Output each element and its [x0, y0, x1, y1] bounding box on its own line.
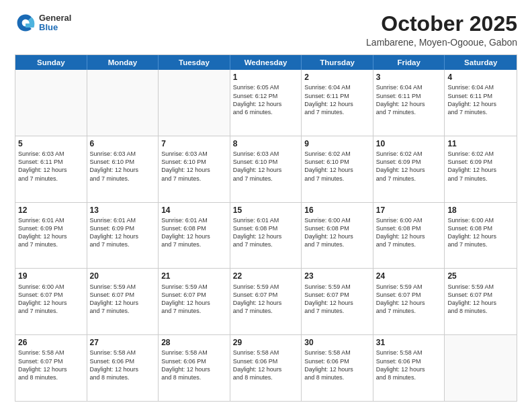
day-number: 31: [376, 337, 442, 348]
cal-cell: 20Sunrise: 5:59 AM Sunset: 6:07 PM Dayli…: [87, 269, 159, 334]
cal-cell: 22Sunrise: 5:59 AM Sunset: 6:07 PM Dayli…: [230, 269, 302, 334]
day-number: 16: [304, 205, 370, 216]
cell-text: Sunrise: 5:59 AM Sunset: 6:07 PM Dayligh…: [90, 283, 156, 316]
header-saturday: Saturday: [445, 55, 517, 70]
cell-text: Sunrise: 6:04 AM Sunset: 6:11 PM Dayligh…: [447, 83, 514, 116]
logo-blue: Blue: [39, 23, 71, 32]
cal-cell: 6Sunrise: 6:03 AM Sunset: 6:10 PM Daylig…: [87, 136, 159, 202]
cell-text: Sunrise: 5:58 AM Sunset: 6:06 PM Dayligh…: [233, 349, 299, 381]
day-number: 12: [18, 205, 84, 216]
cell-text: Sunrise: 5:59 AM Sunset: 6:07 PM Dayligh…: [233, 283, 299, 316]
cal-cell: 28Sunrise: 5:58 AM Sunset: 6:06 PM Dayli…: [159, 335, 230, 401]
cell-text: Sunrise: 6:02 AM Sunset: 6:10 PM Dayligh…: [304, 150, 370, 183]
day-number: 20: [90, 271, 156, 281]
cell-text: Sunrise: 6:01 AM Sunset: 6:09 PM Dayligh…: [18, 216, 84, 249]
cal-cell: 24Sunrise: 5:59 AM Sunset: 6:07 PM Dayli…: [373, 269, 445, 334]
cal-cell: 5Sunrise: 6:03 AM Sunset: 6:11 PM Daylig…: [15, 136, 87, 202]
cal-cell: [87, 70, 159, 136]
cell-text: Sunrise: 6:03 AM Sunset: 6:10 PM Dayligh…: [90, 150, 156, 183]
header-thursday: Thursday: [302, 55, 373, 70]
day-number: 25: [447, 271, 514, 281]
cell-text: Sunrise: 5:58 AM Sunset: 6:06 PM Dayligh…: [304, 349, 370, 381]
header-tuesday: Tuesday: [159, 55, 230, 70]
day-number: 2: [304, 72, 370, 83]
day-number: 22: [233, 271, 299, 281]
page: General Blue October 2025 Lambarene, Moy…: [0, 0, 532, 411]
cal-cell: 15Sunrise: 6:01 AM Sunset: 6:08 PM Dayli…: [230, 203, 302, 269]
cell-text: Sunrise: 6:04 AM Sunset: 6:11 PM Dayligh…: [304, 83, 370, 116]
day-number: 17: [376, 205, 442, 216]
cell-text: Sunrise: 5:58 AM Sunset: 6:07 PM Dayligh…: [18, 349, 84, 381]
day-number: 18: [447, 205, 514, 216]
cell-text: Sunrise: 6:03 AM Sunset: 6:11 PM Dayligh…: [18, 150, 84, 183]
day-number: 4: [447, 72, 514, 83]
day-number: 24: [376, 271, 442, 281]
day-number: 3: [376, 72, 442, 83]
cal-cell: 23Sunrise: 5:59 AM Sunset: 6:07 PM Dayli…: [302, 269, 373, 334]
cell-text: Sunrise: 6:04 AM Sunset: 6:11 PM Dayligh…: [376, 83, 442, 116]
day-number: 14: [161, 205, 227, 216]
cal-cell: [445, 335, 517, 401]
cal-cell: 1Sunrise: 6:05 AM Sunset: 6:12 PM Daylig…: [230, 70, 302, 136]
day-number: 21: [161, 271, 227, 281]
cell-text: Sunrise: 6:01 AM Sunset: 6:08 PM Dayligh…: [161, 216, 227, 249]
header-monday: Monday: [87, 55, 159, 70]
cell-text: Sunrise: 6:00 AM Sunset: 6:08 PM Dayligh…: [304, 216, 370, 249]
cell-text: Sunrise: 6:00 AM Sunset: 6:08 PM Dayligh…: [376, 216, 442, 249]
cal-cell: 3Sunrise: 6:04 AM Sunset: 6:11 PM Daylig…: [373, 70, 445, 136]
cell-text: Sunrise: 6:02 AM Sunset: 6:09 PM Dayligh…: [447, 150, 514, 183]
cal-cell: 9Sunrise: 6:02 AM Sunset: 6:10 PM Daylig…: [302, 136, 373, 202]
day-number: 28: [161, 337, 227, 348]
day-number: 23: [304, 271, 370, 281]
day-number: 9: [304, 138, 370, 149]
cal-cell: 14Sunrise: 6:01 AM Sunset: 6:08 PM Dayli…: [159, 203, 230, 269]
cal-cell: 27Sunrise: 5:58 AM Sunset: 6:06 PM Dayli…: [87, 335, 159, 401]
cal-cell: 7Sunrise: 6:03 AM Sunset: 6:10 PM Daylig…: [159, 136, 230, 202]
cal-cell: 18Sunrise: 6:00 AM Sunset: 6:08 PM Dayli…: [445, 203, 517, 269]
cell-text: Sunrise: 5:58 AM Sunset: 6:06 PM Dayligh…: [161, 349, 227, 381]
cal-cell: 21Sunrise: 5:59 AM Sunset: 6:07 PM Dayli…: [159, 269, 230, 334]
day-number: 1: [233, 72, 299, 83]
logo-general: General: [39, 13, 71, 23]
cell-text: Sunrise: 5:59 AM Sunset: 6:07 PM Dayligh…: [376, 283, 442, 316]
cell-text: Sunrise: 6:02 AM Sunset: 6:09 PM Dayligh…: [376, 150, 442, 183]
cal-cell: 19Sunrise: 6:00 AM Sunset: 6:07 PM Dayli…: [15, 269, 87, 334]
calendar-header: Sunday Monday Tuesday Wednesday Thursday…: [15, 55, 517, 70]
cal-cell: 25Sunrise: 5:59 AM Sunset: 6:07 PM Dayli…: [445, 269, 517, 334]
cal-cell: 4Sunrise: 6:04 AM Sunset: 6:11 PM Daylig…: [445, 70, 517, 136]
logo-text: General Blue: [39, 13, 71, 33]
cal-cell: 26Sunrise: 5:58 AM Sunset: 6:07 PM Dayli…: [15, 335, 87, 401]
day-number: 5: [18, 138, 84, 149]
location: Lambarene, Moyen-Ogooue, Gabon: [366, 37, 517, 48]
cal-cell: 10Sunrise: 6:02 AM Sunset: 6:09 PM Dayli…: [373, 136, 445, 202]
cell-text: Sunrise: 6:03 AM Sunset: 6:10 PM Dayligh…: [233, 150, 299, 183]
day-number: 6: [90, 138, 156, 149]
day-number: 29: [233, 337, 299, 348]
cell-text: Sunrise: 5:59 AM Sunset: 6:07 PM Dayligh…: [304, 283, 370, 316]
cal-cell: [15, 70, 87, 136]
month-title: October 2025: [366, 12, 517, 36]
header-sunday: Sunday: [15, 55, 87, 70]
cell-text: Sunrise: 5:58 AM Sunset: 6:06 PM Dayligh…: [376, 349, 442, 381]
calendar-row-5: 26Sunrise: 5:58 AM Sunset: 6:07 PM Dayli…: [15, 334, 517, 401]
cell-text: Sunrise: 6:00 AM Sunset: 6:07 PM Dayligh…: [18, 283, 84, 316]
cell-text: Sunrise: 5:58 AM Sunset: 6:06 PM Dayligh…: [90, 349, 156, 381]
day-number: 8: [233, 138, 299, 149]
calendar-row-3: 12Sunrise: 6:01 AM Sunset: 6:09 PM Dayli…: [15, 202, 517, 269]
cal-cell: 11Sunrise: 6:02 AM Sunset: 6:09 PM Dayli…: [445, 136, 517, 202]
cell-text: Sunrise: 5:59 AM Sunset: 6:07 PM Dayligh…: [161, 283, 227, 316]
cal-cell: [159, 70, 230, 136]
cal-cell: 29Sunrise: 5:58 AM Sunset: 6:06 PM Dayli…: [230, 335, 302, 401]
cal-cell: 2Sunrise: 6:04 AM Sunset: 6:11 PM Daylig…: [302, 70, 373, 136]
header-wednesday: Wednesday: [230, 55, 302, 70]
day-number: 19: [18, 271, 84, 281]
calendar-body: 1Sunrise: 6:05 AM Sunset: 6:12 PM Daylig…: [15, 70, 517, 401]
cal-cell: 31Sunrise: 5:58 AM Sunset: 6:06 PM Dayli…: [373, 335, 445, 401]
cal-cell: 17Sunrise: 6:00 AM Sunset: 6:08 PM Dayli…: [373, 203, 445, 269]
cell-text: Sunrise: 6:01 AM Sunset: 6:08 PM Dayligh…: [233, 216, 299, 249]
day-number: 15: [233, 205, 299, 216]
cal-cell: 13Sunrise: 6:01 AM Sunset: 6:09 PM Dayli…: [87, 203, 159, 269]
header-friday: Friday: [373, 55, 445, 70]
cell-text: Sunrise: 6:01 AM Sunset: 6:09 PM Dayligh…: [90, 216, 156, 249]
logo-icon: [15, 12, 36, 34]
